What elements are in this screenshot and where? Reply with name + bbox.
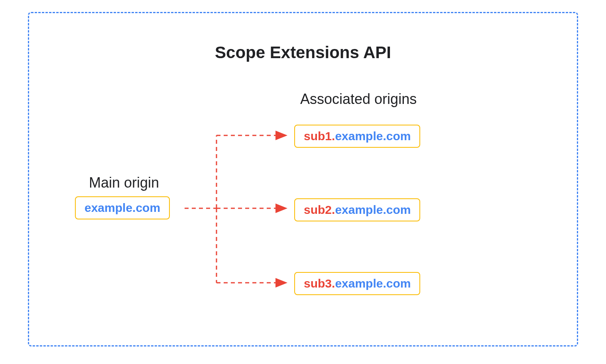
sub3-domain: example.com xyxy=(335,277,411,290)
main-origin-domain: example.com xyxy=(85,201,160,214)
sub2-domain: example.com xyxy=(335,203,411,216)
diagram-title: Scope Extensions API xyxy=(215,43,391,62)
associated-origin-box-1: sub1.example.com xyxy=(294,125,420,148)
associated-origins-label: Associated origins xyxy=(300,91,417,108)
main-origin-box: example.com xyxy=(75,196,170,219)
associated-origin-box-3: sub3.example.com xyxy=(294,272,420,295)
sub3-prefix: sub3 xyxy=(304,277,332,290)
diagram-container: Scope Extensions API Main origin Associa… xyxy=(28,12,578,346)
sub1-domain: example.com xyxy=(335,129,411,143)
sub2-prefix: sub2 xyxy=(304,203,332,216)
sub1-prefix: sub1 xyxy=(304,129,332,143)
main-origin-label: Main origin xyxy=(89,174,159,191)
associated-origin-box-2: sub2.example.com xyxy=(294,198,420,221)
